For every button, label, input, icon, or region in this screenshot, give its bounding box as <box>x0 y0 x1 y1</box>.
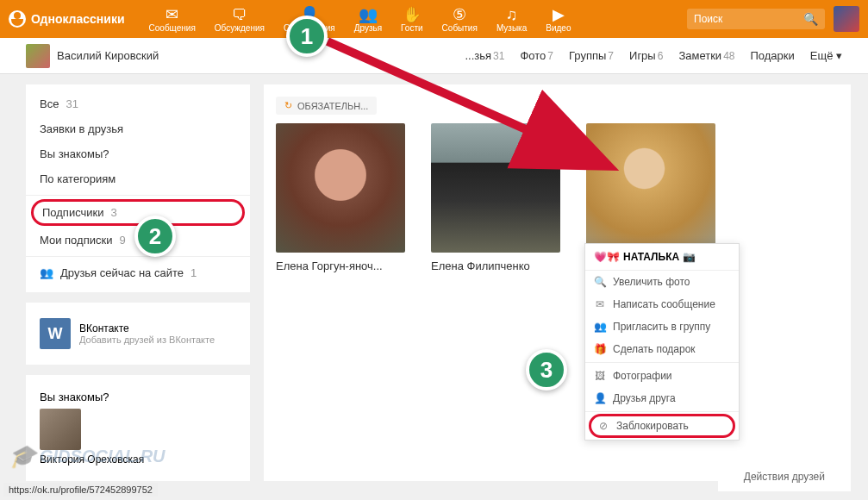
vk-title: ВКонтакте <box>79 322 215 334</box>
video-icon: ▶ <box>553 6 565 23</box>
nav-music[interactable]: ♫Музыка <box>490 4 534 34</box>
events-icon: ⑤ <box>453 6 466 23</box>
ctx-invite[interactable]: 👥Пригласить в группу <box>585 316 739 338</box>
friend-name[interactable]: Елена Филипченко <box>431 259 560 272</box>
sidebar-item-requests[interactable]: Заявки в друзья <box>26 116 250 141</box>
ctx-block[interactable]: ⊘Заблокировать <box>589 414 735 438</box>
profile-link[interactable]: Василий Кировский <box>26 44 159 68</box>
footer-actions[interactable]: Действия друзей <box>718 462 851 491</box>
annotation-badge-1: 1 <box>286 16 328 57</box>
tab-photos[interactable]: Фото7 <box>520 49 553 62</box>
suggest-title: Вы знакомы? <box>40 391 236 403</box>
tab-gifts[interactable]: Подарки <box>750 49 794 62</box>
hand-icon: ✋ <box>403 6 422 23</box>
person-icon: 👤 <box>594 392 606 404</box>
filter-tag[interactable]: ↻ОБЯЗАТЕЛЬН... <box>276 97 377 115</box>
friend-photo[interactable] <box>586 123 715 253</box>
nav-label: Друзья <box>354 23 382 33</box>
search-icon[interactable]: 🔍 <box>803 12 818 26</box>
main-panel: ↻ОБЯЗАТЕЛЬН... Елена Горгун-яноч... Елен… <box>264 84 851 481</box>
search-box[interactable]: 🔍 <box>687 9 825 29</box>
tab-groups[interactable]: Группы7 <box>569 49 614 62</box>
photos-icon: 🖼 <box>594 370 606 382</box>
annotation-badge-2: 2 <box>134 216 176 257</box>
ctx-mutual[interactable]: 👤Друзья друга <box>585 387 739 409</box>
context-menu: 💗🎀НАТАЛЬКА📷 🔍Увеличить фото ✉Написать со… <box>584 243 740 441</box>
nav-label: Гости <box>401 23 422 33</box>
zoom-icon: 🔍 <box>594 276 606 288</box>
nav-label: Музыка <box>496 23 527 33</box>
nav-guests[interactable]: ✋Гости <box>394 4 429 34</box>
group-icon: 👥 <box>594 321 606 333</box>
sidebar-item-know[interactable]: Вы знакомы? <box>26 141 250 166</box>
block-icon: ⊘ <box>597 420 609 432</box>
people-icon: 👥 <box>40 266 53 279</box>
status-bar-url: https://ok.ru/profile/572452899752 <box>3 483 158 497</box>
search-input[interactable] <box>694 13 803 25</box>
top-bar: Одноклассники ✉Сообщения 🗨Обсуждения 👤Оп… <box>0 0 868 38</box>
nav-label: Обсуждения <box>215 23 265 33</box>
sidebar: Все 31 Заявки в друзья Вы знакомы? По ка… <box>26 84 250 481</box>
friend-card[interactable]: Елена Горгун-яноч... <box>276 123 405 272</box>
tab-friends[interactable]: ...зья31 <box>465 49 504 62</box>
tab-notes[interactable]: Заметки48 <box>678 49 734 62</box>
nav-friends[interactable]: 👥Друзья <box>347 4 389 34</box>
friend-photo[interactable] <box>431 123 560 253</box>
friends-icon: 👥 <box>359 6 378 23</box>
mail-icon: ✉ <box>594 298 606 310</box>
nav-video[interactable]: ▶Видео <box>539 4 578 34</box>
annotation-badge-3: 3 <box>526 349 567 391</box>
tab-more[interactable]: Ещё ▾ <box>810 49 842 62</box>
mail-icon: ✉ <box>165 6 178 23</box>
refresh-icon: ↻ <box>284 100 292 111</box>
nav-label: Сообщения <box>149 23 196 33</box>
sidebar-item-subscribers[interactable]: Подписчики 3 <box>31 199 245 226</box>
profile-pic <box>26 44 50 68</box>
ok-logo-icon <box>9 10 26 28</box>
profile-subnav: Василий Кировский ...зья31 Фото7 Группы7… <box>0 38 868 74</box>
nav-messages[interactable]: ✉Сообщения <box>142 4 203 34</box>
profile-name: Василий Кировский <box>57 49 159 62</box>
top-nav: ✉Сообщения 🗨Обсуждения 👤Оповещения 👥Друз… <box>142 4 578 34</box>
vk-import[interactable]: W ВКонтактеДобавить друзей из ВКонтакте <box>26 309 250 358</box>
watermark: 🎓GIDSOCIAL.RU <box>9 443 165 470</box>
ctx-photos[interactable]: 🖼Фотографии <box>585 365 739 387</box>
sidebar-item-categories[interactable]: По категориям <box>26 166 250 191</box>
sidebar-item-online[interactable]: 👥Друзья сейчас на сайте 1 <box>26 260 250 285</box>
vk-subtitle: Добавить друзей из ВКонтакте <box>79 334 215 345</box>
tag-label: ОБЯЗАТЕЛЬН... <box>297 101 368 111</box>
tab-games[interactable]: Игры6 <box>629 49 663 62</box>
sidebar-item-all[interactable]: Все 31 <box>26 91 250 116</box>
context-title: 💗🎀НАТАЛЬКА📷 <box>585 244 739 271</box>
friend-card[interactable]: Елена Филипченко <box>431 123 560 272</box>
friend-photo[interactable] <box>276 123 405 253</box>
ctx-message[interactable]: ✉Написать сообщение <box>585 293 739 316</box>
ctx-zoom[interactable]: 🔍Увеличить фото <box>585 271 739 293</box>
ctx-gift[interactable]: 🎁Сделать подарок <box>585 338 739 360</box>
user-avatar[interactable] <box>834 6 859 32</box>
nav-discussions[interactable]: 🗨Обсуждения <box>208 4 272 34</box>
vk-icon: W <box>40 318 71 349</box>
nav-label: События <box>442 23 478 33</box>
nav-events[interactable]: ⑤События <box>435 4 484 34</box>
grad-cap-icon: 🎓 <box>9 443 36 470</box>
site-name: Одноклассники <box>31 12 125 26</box>
friend-name[interactable]: Елена Горгун-яноч... <box>276 259 405 272</box>
music-icon: ♫ <box>506 6 518 23</box>
nav-label: Видео <box>546 23 571 33</box>
site-logo[interactable]: Одноклассники <box>9 10 125 28</box>
chat-icon: 🗨 <box>232 6 247 23</box>
gift-icon: 🎁 <box>594 343 606 355</box>
